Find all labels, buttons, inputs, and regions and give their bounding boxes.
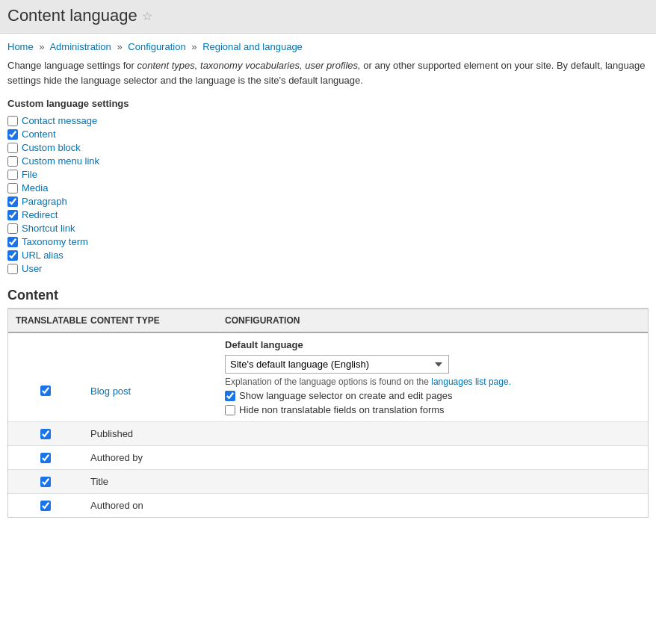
authored-by-content-type-cell: Authored by [83,446,217,469]
title-content-type-cell: Title [83,470,217,493]
shortcut-link-label[interactable]: Shortcut link [22,223,75,234]
authored-on-translatable-cell [8,494,83,517]
list-item: Content [7,129,649,140]
user-checkbox[interactable] [7,264,18,274]
authored-by-translatable-cell [8,446,83,469]
content-table: TRANSLATABLE CONTENT TYPE CONFIGURATION … [7,309,649,518]
list-item: URL alias [7,250,649,261]
list-item: Custom block [7,142,649,153]
list-item: File [7,169,649,180]
blog-post-configuration-cell: Default language Site's default language… [217,333,648,421]
table-header-content-type: CONTENT TYPE [83,309,217,332]
description-text-before: Change language settings for [7,60,137,71]
page-content: Home » Administration » Configuration » … [0,34,656,525]
authored-on-label: Authored on [90,500,143,511]
breadcrumb-configuration[interactable]: Configuration [128,41,185,52]
list-item: Redirect [7,209,649,220]
hide-non-translatable-checkbox[interactable] [225,405,235,415]
page-description: Change language settings for content typ… [7,58,649,87]
table-row-title: Title [8,470,648,494]
breadcrumb-administration[interactable]: Administration [49,41,111,52]
table-row-authored-by: Authored by [8,446,648,470]
contact-message-checkbox[interactable] [7,116,18,126]
title-label: Title [90,476,108,487]
breadcrumb-sep-3: » [191,41,197,52]
custom-language-settings-title: Custom language settings [7,98,649,109]
custom-menu-link-label[interactable]: Custom menu link [22,155,99,167]
paragraph-checkbox[interactable] [7,196,18,207]
authored-on-translatable-checkbox[interactable] [40,501,51,511]
media-checkbox[interactable] [7,183,18,193]
authored-on-content-type-cell: Authored on [83,494,217,517]
hide-non-translatable-label: Hide non translatable fields on translat… [239,404,445,415]
taxonomy-term-checkbox[interactable] [7,237,18,247]
table-header-configuration: CONFIGURATION [217,309,648,332]
title-config-cell [217,470,648,493]
authored-on-config-cell [217,494,648,517]
list-item: Taxonomy term [7,236,649,247]
file-checkbox[interactable] [7,170,18,180]
show-language-selector-checkbox[interactable] [225,391,235,401]
authored-by-config-cell [217,446,648,469]
table-header-translatable: TRANSLATABLE [8,309,83,332]
published-content-type-cell: Published [83,422,217,445]
table-row-authored-on: Authored on [8,494,648,517]
table-header-row: TRANSLATABLE CONTENT TYPE CONFIGURATION [8,309,648,333]
authored-by-label: Authored by [90,452,143,463]
content-checkbox[interactable] [7,129,18,140]
taxonomy-term-label[interactable]: Taxonomy term [22,236,88,247]
content-section: Content TRANSLATABLE CONTENT TYPE CONFIG… [7,288,649,518]
media-label[interactable]: Media [22,182,48,193]
hide-non-translatable-item: Hide non translatable fields on translat… [225,404,640,415]
breadcrumb-sep-1: » [39,41,44,52]
custom-menu-link-checkbox[interactable] [7,156,18,167]
file-label[interactable]: File [22,169,37,180]
published-translatable-cell [8,422,83,445]
breadcrumb: Home » Administration » Configuration » … [7,41,649,52]
published-translatable-checkbox[interactable] [40,429,51,439]
language-select[interactable]: Site's default language (English) Englis… [225,355,449,374]
contact-message-label[interactable]: Contact message [22,115,97,126]
list-item: Media [7,182,649,193]
page-title-text: Content language [7,6,137,25]
redirect-label[interactable]: Redirect [22,209,58,220]
table-row-published: Published [8,422,648,446]
title-translatable-cell [8,470,83,493]
blog-post-translatable-cell [8,333,83,421]
custom-block-checkbox[interactable] [7,143,18,153]
explanation-text-before: Explanation of the language options is f… [225,377,431,387]
content-label[interactable]: Content [22,129,56,140]
custom-block-label[interactable]: Custom block [22,142,81,153]
list-item: Custom menu link [7,155,649,167]
url-alias-label[interactable]: URL alias [22,250,64,261]
content-section-title: Content [7,288,649,309]
languages-list-page-link[interactable]: languages list page. [431,377,511,387]
breadcrumb-regional-language[interactable]: Regional and language [202,41,303,52]
show-language-selector-label: Show language selector on create and edi… [239,390,452,401]
table-row-blog-post: Blog post Default language Site's defaul… [8,333,648,422]
url-alias-checkbox[interactable] [7,250,18,261]
default-language-label: Default language [225,339,640,350]
user-label[interactable]: User [22,263,42,274]
language-select-wrapper: Site's default language (English) Englis… [225,355,640,374]
favorite-star-icon[interactable]: ☆ [142,9,152,23]
published-label: Published [90,428,133,439]
authored-by-translatable-checkbox[interactable] [40,453,51,463]
list-item: Shortcut link [7,223,649,234]
redirect-checkbox[interactable] [7,210,18,220]
list-item: Paragraph [7,196,649,207]
language-explanation: Explanation of the language options is f… [225,377,640,387]
custom-language-settings-list: Contact message Content Custom block Cus… [7,115,649,274]
blog-post-translatable-checkbox[interactable] [40,386,51,396]
breadcrumb-home[interactable]: Home [7,41,34,52]
list-item: Contact message [7,115,649,126]
shortcut-link-checkbox[interactable] [7,223,18,234]
description-italic: content types, taxonomy vocabularies, us… [137,60,360,71]
blog-post-content-type-cell: Blog post [83,333,217,421]
breadcrumb-sep-2: » [117,41,122,52]
page-title: Content language ☆ [7,6,649,25]
title-translatable-checkbox[interactable] [40,477,51,487]
page-header: Content language ☆ [0,0,656,34]
paragraph-label[interactable]: Paragraph [22,196,67,207]
blog-post-label: Blog post [90,386,131,397]
